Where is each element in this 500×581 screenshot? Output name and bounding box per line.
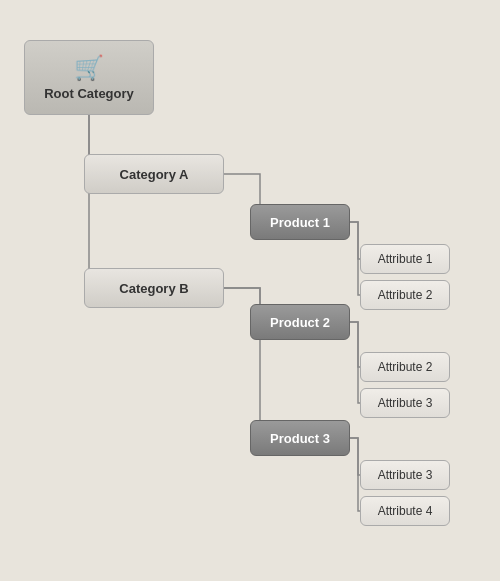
attribute-2-2-node[interactable]: Attribute 3: [360, 388, 450, 418]
product-2-label: Product 2: [270, 315, 330, 330]
attribute-1-2-label: Attribute 2: [378, 288, 433, 302]
attribute-3-1-label: Attribute 3: [378, 468, 433, 482]
category-a-node[interactable]: Category A: [84, 154, 224, 194]
product-3-node[interactable]: Product 3: [250, 420, 350, 456]
product-1-node[interactable]: Product 1: [250, 204, 350, 240]
product-3-label: Product 3: [270, 431, 330, 446]
product-1-label: Product 1: [270, 215, 330, 230]
attribute-2-1-node[interactable]: Attribute 2: [360, 352, 450, 382]
category-b-label: Category B: [119, 281, 188, 296]
root-category-node[interactable]: 🛒 Root Category: [24, 40, 154, 115]
attribute-1-1-label: Attribute 1: [378, 252, 433, 266]
attribute-3-2-label: Attribute 4: [378, 504, 433, 518]
attribute-3-1-node[interactable]: Attribute 3: [360, 460, 450, 490]
attribute-1-1-node[interactable]: Attribute 1: [360, 244, 450, 274]
category-b-node[interactable]: Category B: [84, 268, 224, 308]
attribute-3-2-node[interactable]: Attribute 4: [360, 496, 450, 526]
attribute-2-2-label: Attribute 3: [378, 396, 433, 410]
attribute-2-1-label: Attribute 2: [378, 360, 433, 374]
product-2-node[interactable]: Product 2: [250, 304, 350, 340]
tree-diagram: 🛒 Root Category Category A Category B Pr…: [0, 0, 500, 581]
cart-icon: 🛒: [74, 54, 104, 82]
category-a-label: Category A: [120, 167, 189, 182]
root-label: Root Category: [44, 86, 134, 101]
attribute-1-2-node[interactable]: Attribute 2: [360, 280, 450, 310]
